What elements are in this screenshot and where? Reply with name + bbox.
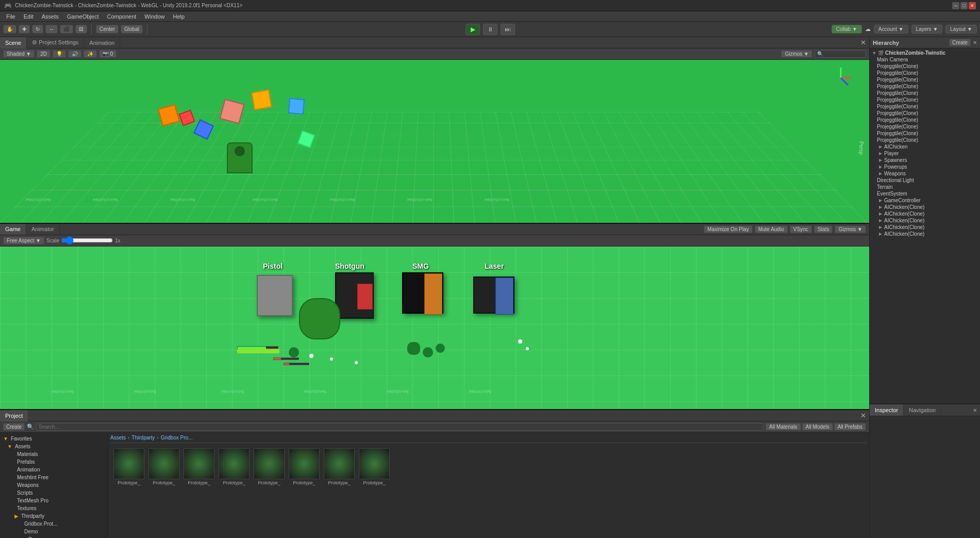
hierarchy-create-btn[interactable]: Create: [949, 39, 971, 46]
tab-all-prefabs[interactable]: All Prefabs: [834, 423, 866, 431]
folder-animation[interactable]: Animation: [0, 466, 108, 474]
hier-proj-8[interactable]: Projeggtile(Clone): [870, 110, 980, 117]
asset-thumb-8[interactable]: Prototype_: [358, 448, 391, 485]
hier-proj-2[interactable]: Projeggtile(Clone): [870, 70, 980, 76]
menu-component[interactable]: Component: [103, 12, 140, 21]
asset-thumb-6[interactable]: Prototype_: [288, 448, 321, 485]
breadcrumb-assets[interactable]: Assets: [110, 435, 126, 441]
scale-slider[interactable]: [61, 236, 113, 244]
game-viewport[interactable]: Pistol Shotgun SMG Laser: [0, 247, 869, 410]
transform-tool[interactable]: ⚄: [75, 25, 87, 34]
play-button[interactable]: ▶: [466, 24, 480, 35]
layout-button[interactable]: Layout ▼: [945, 25, 977, 34]
step-button[interactable]: ⏭: [501, 24, 515, 35]
scene-panel-close[interactable]: ✕: [857, 39, 869, 46]
hier-terrain[interactable]: Terrain: [870, 184, 980, 190]
gizmos-btn[interactable]: Gizmos ▼: [781, 50, 812, 58]
menu-window[interactable]: Window: [140, 12, 169, 21]
hier-proj-10[interactable]: Projeggtile(Clone): [870, 123, 980, 130]
tab-scene[interactable]: Scene: [0, 37, 27, 48]
folder-scripts[interactable]: Scripts: [0, 489, 108, 497]
asset-thumb-4[interactable]: Prototype_: [218, 448, 251, 485]
hier-weapons[interactable]: ▶ Weapons: [870, 170, 980, 177]
2d-btn[interactable]: 2D: [37, 50, 51, 58]
effects-btn[interactable]: ✨: [84, 50, 97, 58]
tab-game[interactable]: Game: [0, 224, 26, 235]
breadcrumb-thirdparty[interactable]: Thirdparty: [131, 435, 155, 441]
hier-proj-1[interactable]: Projeggtile(Clone): [870, 63, 980, 70]
folder-demo[interactable]: Demo: [0, 528, 108, 535]
project-search-input[interactable]: [36, 423, 763, 431]
audio-btn[interactable]: 🔊: [68, 50, 81, 58]
layers-button[interactable]: Layers ▼: [911, 25, 943, 34]
tab-navigation[interactable]: Navigation: [904, 404, 941, 416]
folder-textmesh[interactable]: TextMesh Pro: [0, 497, 108, 504]
shaded-btn[interactable]: Shaded ▼: [3, 50, 35, 58]
hier-dirlight[interactable]: Directional Light: [870, 177, 980, 184]
scale-tool[interactable]: ↔: [45, 25, 58, 34]
collab-button[interactable]: Collab ▼: [832, 25, 862, 34]
hierarchy-close[interactable]: ✕: [973, 40, 977, 45]
tab-all-materials[interactable]: All Materials: [766, 423, 801, 431]
hier-gamecontroller[interactable]: ▶ GameController: [870, 197, 980, 204]
project-create-btn[interactable]: Create: [3, 423, 25, 431]
asset-thumb-3[interactable]: Prototype_: [182, 448, 215, 485]
tab-inspector[interactable]: Inspector: [870, 404, 904, 416]
scene-viewport[interactable]: Persp: [0, 60, 869, 223]
menu-edit[interactable]: Edit: [20, 12, 38, 21]
rotate-tool[interactable]: ↻: [32, 25, 43, 34]
hier-aichicken-clone-5[interactable]: ▶ AIChicken(Clone): [870, 231, 980, 237]
hier-proj-5[interactable]: Projeggtile(Clone): [870, 90, 980, 96]
maximize-on-play[interactable]: Maximize On Play: [704, 225, 753, 233]
hier-aichicken-clone-3[interactable]: ▶ AIChicken(Clone): [870, 217, 980, 224]
project-panel-close[interactable]: ✕: [857, 412, 869, 419]
hier-proj-6[interactable]: Projeggtile(Clone): [870, 96, 980, 103]
tab-animation[interactable]: Animation: [84, 37, 120, 48]
menu-help[interactable]: Help: [169, 12, 189, 21]
scene-search[interactable]: [815, 50, 866, 58]
pivot-toggle[interactable]: Center: [96, 25, 119, 34]
tab-all-models[interactable]: All Models: [802, 423, 833, 431]
asset-thumb-2[interactable]: Prototype_: [147, 448, 180, 485]
hier-aichicken[interactable]: ▶ AIChicken: [870, 143, 980, 150]
hier-proj-12[interactable]: Projeggtile(Clone): [870, 137, 980, 143]
asset-thumb-5[interactable]: Prototype_: [253, 448, 286, 485]
tab-project[interactable]: Project: [0, 410, 28, 421]
lighting-btn[interactable]: 💡: [53, 50, 66, 58]
close-button[interactable]: ✕: [969, 2, 976, 9]
menu-gameobject[interactable]: GameObject: [63, 12, 103, 21]
folder-prefabs[interactable]: Prefabs: [0, 458, 108, 466]
stats[interactable]: Stats: [814, 225, 833, 233]
folder-assets[interactable]: ▼ Assets: [0, 443, 108, 450]
maximize-button[interactable]: □: [960, 2, 968, 9]
minimize-button[interactable]: ─: [952, 2, 959, 9]
folder-meshtint[interactable]: Meshtint Free: [0, 474, 108, 481]
asset-thumb-7[interactable]: Prototype_: [323, 448, 356, 485]
camera-btn[interactable]: 📷 0: [99, 50, 117, 58]
breadcrumb-gridbox[interactable]: Gridbox Pro...: [161, 435, 193, 441]
hier-player[interactable]: ▶ Player: [870, 150, 980, 157]
hier-aichicken-clone-1[interactable]: ▶ AIChicken(Clone): [870, 204, 980, 210]
hier-aichicken-clone-4[interactable]: ▶ AIChicken(Clone): [870, 224, 980, 231]
menu-file[interactable]: File: [2, 12, 20, 21]
tab-animator[interactable]: Animator: [26, 224, 60, 235]
pause-button[interactable]: ⏸: [483, 24, 497, 35]
hier-root-item[interactable]: ▼ 🎬 ChickenZombie-Twinstic: [870, 50, 980, 56]
folder-resources[interactable]: ▶ Resources: [0, 535, 108, 538]
inspector-close[interactable]: ✕: [970, 407, 980, 413]
vsync[interactable]: VSync: [790, 225, 812, 233]
hier-main-camera[interactable]: Main Camera: [870, 56, 980, 63]
aspect-ratio[interactable]: Free Aspect ▼: [3, 237, 44, 244]
hier-aichicken-clone-2[interactable]: ▶ AIChicken(Clone): [870, 210, 980, 217]
hand-tool[interactable]: ✋: [3, 25, 16, 34]
game-gizmos[interactable]: Gizmos ▼: [835, 225, 866, 233]
hier-eventsystem[interactable]: EventSystem: [870, 190, 980, 197]
menu-assets[interactable]: Assets: [38, 12, 63, 21]
move-tool[interactable]: ✚: [19, 25, 30, 34]
global-toggle[interactable]: Global: [121, 25, 143, 34]
hier-proj-11[interactable]: Projeggtile(Clone): [870, 130, 980, 137]
folder-weapons[interactable]: Weapons: [0, 481, 108, 489]
folder-gridbox[interactable]: Gridbox Prot...: [0, 520, 108, 528]
account-button[interactable]: Account ▼: [874, 25, 908, 34]
hier-proj-3[interactable]: Projeggtile(Clone): [870, 76, 980, 83]
